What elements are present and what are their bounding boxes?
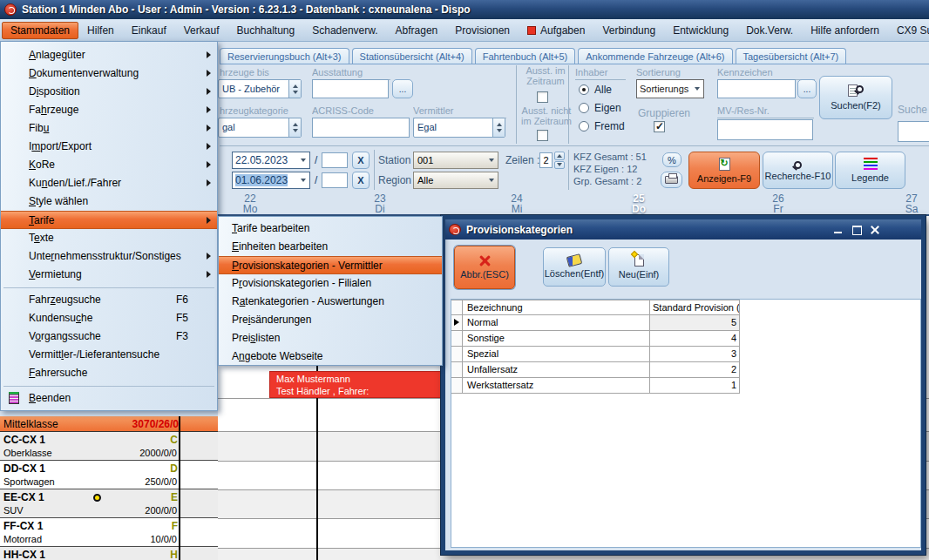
tab-ankommende-fahrzeuge-alt-6[interactable]: Ankommende Fahrzeuge (Alt+6) [578,48,732,64]
column-header-provision[interactable]: Standard Provision (%) [650,300,739,314]
menu-item-fahrzeuge[interactable]: Fahrzeuge [1,101,217,119]
category-row-ee-cx-1[interactable]: EE-CX 1ESUV200/0/0 [0,489,218,518]
menu-item-import-export[interactable]: Import/Export [1,138,217,156]
menubar-item-entwicklung[interactable]: Entwicklung [664,22,737,39]
menubar-item-aufgaben[interactable]: Aufgaben [519,22,593,39]
neu-button[interactable]: Neu(Einf) [608,247,669,287]
region-select[interactable]: Alle [413,172,498,189]
ausst-im-checkbox[interactable] [537,91,548,103]
print-button[interactable] [661,172,682,188]
date-from-combo[interactable]: 22.05.2023 [232,152,310,169]
zeilen-input[interactable] [539,152,553,168]
menubar-item-einkauf[interactable]: Einkauf [123,22,175,39]
menu-item-ratenkategorien-auswertungen[interactable]: Ratenkategorien - Auswertungen [219,293,442,311]
minimize-icon[interactable] [832,225,844,235]
menu-item-fibu[interactable]: Fibu [1,119,217,138]
menubar-item-hilfen[interactable]: Hilfen [78,22,123,39]
menubar-item-dok-verw[interactable]: Dok.Verw. [737,22,802,39]
radio-fremd[interactable]: Fremd [579,119,625,133]
column-header-bezeichnung[interactable]: Bezeichnung [463,300,650,314]
menu-item-unternehmensstruktur-sonstiges[interactable]: Unternehmensstruktur/Sonstiges [1,247,217,266]
booking-bar[interactable]: Max Mustermann Test Händler , Fahrer: [269,371,443,398]
menu-item-fahrersuche[interactable]: Fahrersuche [1,364,217,382]
spinner-icon[interactable] [492,118,505,137]
date-to-clear-button[interactable]: X [352,172,370,189]
menu-item-provisionskategorien-vermittler[interactable]: Provisionskategorien - Vermittler [219,256,442,274]
dialog-title-bar[interactable]: Provisionskategorien [445,219,921,240]
recherche-button[interactable]: Recherche-F10 [763,152,833,189]
equipment-input[interactable] [312,79,389,98]
date-to-extra-input[interactable] [322,172,348,188]
menu-item-angebote-webseite[interactable]: Angebote Webseite [219,347,442,366]
spinner-icon[interactable] [288,80,301,98]
menubar-item-cx9-support[interactable]: CX9 Support [888,22,929,39]
menu-item-einheiten-bearbeiten[interactable]: Einheiten bearbeiten [219,238,442,256]
menu-item-disposition[interactable]: Disposition [1,83,217,101]
spinner-icon[interactable] [288,118,301,137]
tab-stations-bersicht-alt-4[interactable]: Stationsübersicht (Alt+4) [352,48,472,64]
menu-item-fahrzeugsuche[interactable]: FahrzeugsucheF6 [1,291,217,309]
agent-combo[interactable]: Egal [413,118,505,138]
suchen-button[interactable]: Suchen(F2) [819,76,892,119]
menu-item-texte[interactable]: Texte [1,229,217,247]
date-from-extra-input[interactable] [322,152,348,168]
legende-button[interactable]: Legende [835,152,905,189]
menubar-item-verkauf[interactable]: Verkauf [175,22,228,39]
date-to-combo[interactable]: 01.06.2023 [232,172,310,189]
station-select[interactable]: 001 [413,152,498,169]
maximize-icon[interactable] [851,225,863,235]
radio-eigen[interactable]: Eigen [579,101,621,115]
menu-item-preislisten[interactable]: Preislisten [219,329,442,347]
tab-tages-bersicht-alt-7[interactable]: Tagesübersicht (Alt+7) [736,48,847,64]
provision-row-unfallersatz[interactable]: Unfallersatz2 [451,361,739,377]
abbrechen-button[interactable]: Abbr.(ESC) [454,246,515,289]
vehicle-category-combo[interactable]: gal [218,118,302,138]
menu-item-kundensuche[interactable]: KundensucheF5 [1,309,217,327]
menu-item-vermittler-lieferantensuche[interactable]: Vermittler-/Lieferantensuche [1,346,217,364]
menu-item-provisionskategorien-filialen[interactable]: Provisionskategorien - Filialen [219,274,442,293]
category-row-dd-cx-1[interactable]: DD-CX 1DSportwagen250/0/0 [0,461,218,489]
menubar-item-abfragen[interactable]: Abfragen [387,22,447,39]
menubar-item-verbindung[interactable]: Verbindung [593,22,664,39]
zeilen-spinner[interactable] [554,152,565,169]
category-row-selected[interactable]: Mittelklasse3070/26/0 [0,416,218,432]
mv-res-nr-input[interactable] [717,119,813,140]
anzeigen-button[interactable]: Anzeigen-F9 [688,152,760,189]
tab-fahrtenbuch-alt-5[interactable]: Fahrtenbuch (Alt+5) [475,48,576,64]
menu-item-kunden-lief-fahrer[interactable]: Kunden/Lief./Fahrer [1,174,217,192]
provision-row-normal[interactable]: Normal5 [451,314,739,330]
provision-row-sonstige[interactable]: Sonstige4 [451,330,739,346]
category-row-ff-cx-1[interactable]: FF-CX 1FMotorrad10/0/0 [0,518,218,547]
menu-item-anlageg-ter[interactable]: Anlagegüter [1,46,217,64]
menu-item-vermietung[interactable]: Vermietung [1,266,217,284]
menubar-item-buchhaltung[interactable]: Buchhaltung [227,22,303,39]
menu-item-dokumentenverwaltung[interactable]: Dokumentenverwaltung [1,64,217,83]
menubar-item-schadenverw[interactable]: Schadenverw. [303,22,386,39]
menu-item-tarife[interactable]: Tarife [1,211,217,229]
menu-item-tarife-bearbeiten[interactable]: Tarife bearbeiten [219,219,442,238]
category-row-cc-cx-1[interactable]: CC-CX 1COberklasse2000/0/0 [0,432,218,461]
provision-row-werkstattersatz[interactable]: Werkstattersatz1 [451,377,739,393]
provision-row-spezial[interactable]: Spezial3 [451,346,739,361]
vehicle-to-combo[interactable]: UB - Zubehör [218,79,302,98]
menu-item-beenden[interactable]: Beenden [1,389,217,408]
menu-item-style-w-hlen[interactable]: Style wählen [1,192,217,211]
close-icon[interactable] [869,225,881,235]
category-row-hh-cx-1[interactable]: HH-CX 1H [0,547,218,560]
sortierung-select[interactable]: Sortierungs [636,79,704,98]
gruppieren-checkbox[interactable] [654,121,665,132]
menu-item-preis-nderungen[interactable]: Preisänderungen [219,311,442,329]
side-search-input[interactable] [898,121,929,142]
kennzeichen-more-button[interactable]: ... [797,79,817,98]
date-from-clear-button[interactable]: X [352,152,370,169]
loeschen-button[interactable]: Löschen(Entf) [543,247,606,287]
menu-item-vorgangssuche[interactable]: VorgangssucheF3 [1,327,217,346]
ausst-nicht-checkbox[interactable] [537,130,548,141]
menubar-item-provisionen[interactable]: Provisionen [446,22,519,39]
acriss-input[interactable] [312,118,410,138]
tab-reservierungsbuch-alt-3[interactable]: Reservierungsbuch (Alt+3) [220,48,349,64]
menubar-item-stammdaten[interactable]: Stammdaten [2,22,78,39]
radio-alle[interactable]: Alle [579,83,612,97]
percent-button[interactable]: % [662,152,681,167]
menu-item-kore[interactable]: KoRe [1,156,217,174]
